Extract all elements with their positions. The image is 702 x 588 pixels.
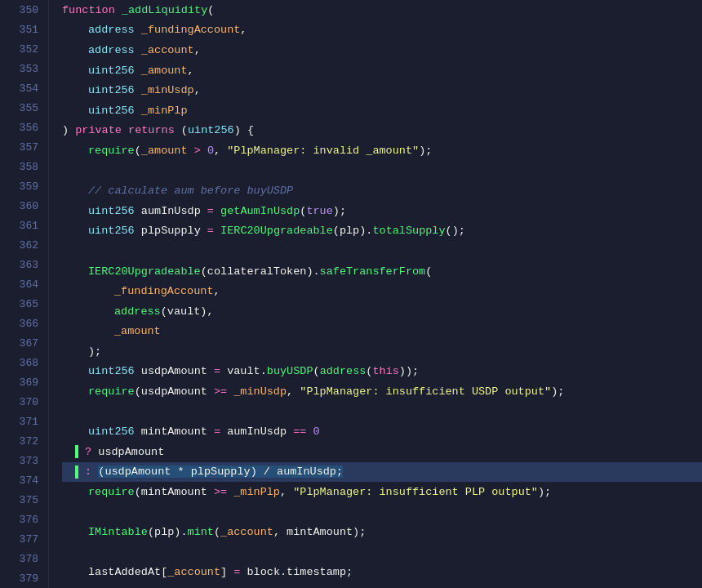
line-num-353: 353 (10, 59, 38, 78)
line-num-351: 351 (10, 20, 38, 39)
line-num-364: 364 (10, 274, 38, 294)
line-num-368: 368 (10, 353, 38, 372)
line-num-373: 373 (10, 451, 38, 470)
code-line-355: uint256 _minPlp (62, 100, 702, 121)
code-line-350: function _addLiquidity( (62, 0, 702, 20)
code-line-366: _amount (62, 322, 702, 342)
code-line-361: uint256 plpSupply = IERC20Upgradeable(pl… (62, 221, 702, 242)
line-num-358: 358 (10, 157, 38, 176)
code-line-363: IERC20Upgradeable(collateralToken).safeT… (62, 261, 702, 282)
code-line-378: lastAddedAt[_account] = block.timestamp; (62, 563, 702, 583)
code-line-370 (62, 402, 702, 422)
line-num-352: 352 (10, 39, 38, 59)
code-line-353: uint256 _amount, (62, 60, 702, 81)
line-num-371: 371 (10, 412, 38, 431)
line-num-359: 359 (10, 176, 38, 196)
code-line-367: ); (62, 341, 702, 362)
line-num-363: 363 (10, 255, 38, 274)
code-line-379 (62, 582, 702, 588)
line-num-367: 367 (10, 333, 38, 353)
line-num-360: 360 (10, 196, 38, 216)
line-num-374: 374 (10, 470, 38, 490)
line-numbers: 350 351 352 353 354 355 356 357 358 359 … (0, 0, 49, 588)
code-line-364: _fundingAccount, (62, 281, 702, 301)
code-line-369: require(usdpAmount >= _minUsdp, "PlpMana… (62, 381, 702, 402)
line-num-362: 362 (10, 235, 38, 255)
line-num-354: 354 (10, 78, 38, 98)
line-num-372: 372 (10, 431, 38, 451)
code-line-375 (62, 502, 702, 523)
code-line-354: uint256 _minUsdp, (62, 80, 702, 100)
code-line-377 (62, 542, 702, 563)
line-num-365: 365 (10, 294, 38, 314)
code-editor: 350 351 352 353 354 355 356 357 358 359 … (0, 0, 702, 588)
code-line-358 (62, 161, 702, 181)
code-line-372: ? usdpAmount (62, 442, 702, 462)
line-num-377: 377 (10, 529, 38, 549)
line-num-376: 376 (10, 510, 38, 529)
line-num-378: 378 (10, 549, 38, 568)
line-num-356: 356 (10, 118, 38, 137)
code-line-359: // calculate aum before buyUSDP (62, 180, 702, 201)
code-line-360: uint256 aumInUsdp = getAumInUsdp(true); (62, 201, 702, 221)
line-num-366: 366 (10, 314, 38, 333)
code-line-368: uint256 usdpAmount = vault.buyUSDP(addre… (62, 362, 702, 382)
code-content[interactable]: function _addLiquidity( address _funding… (49, 0, 702, 588)
code-line-365: address(vault), (62, 301, 702, 322)
code-line-357: require(_amount > 0, "PlpManager: invali… (62, 140, 702, 161)
code-line-371: uint256 mintAmount = aumInUsdp == 0 (62, 421, 702, 442)
code-line-352: address _account, (62, 40, 702, 60)
code-line-356: ) private returns (uint256) { (62, 121, 702, 141)
line-num-369: 369 (10, 372, 38, 392)
code-line-376: IMintable(plp).mint(_account, mintAmount… (62, 522, 702, 542)
line-num-361: 361 (10, 216, 38, 235)
line-num-375: 375 (10, 490, 38, 510)
code-line-374: require(mintAmount >= _minPlp, "PlpManag… (62, 482, 702, 502)
line-num-379: 379 (10, 568, 38, 588)
code-line-362 (62, 241, 702, 261)
line-num-370: 370 (10, 392, 38, 412)
code-line-351: address _fundingAccount, (62, 20, 702, 41)
line-num-357: 357 (10, 137, 38, 157)
code-line-373: : (usdpAmount * plpSupply) / aumInUsdp; (62, 462, 702, 483)
line-num-355: 355 (10, 98, 38, 118)
line-num-350: 350 (10, 0, 38, 20)
